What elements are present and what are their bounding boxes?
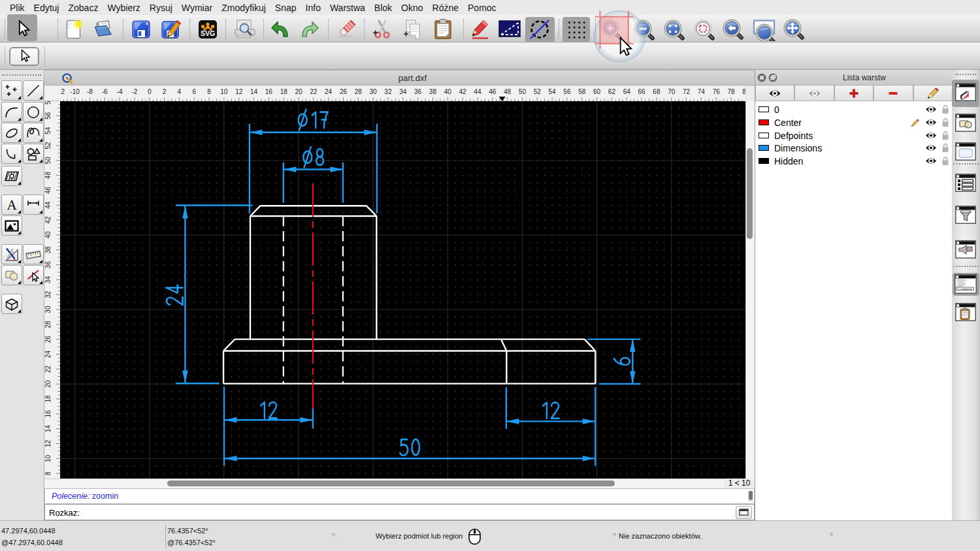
svg-text:40: 40 xyxy=(44,231,52,239)
svg-text:72: 72 xyxy=(683,88,691,95)
svg-text:58: 58 xyxy=(44,101,52,104)
svg-text:2: 2 xyxy=(163,88,167,95)
svg-text:8: 8 xyxy=(44,471,52,475)
svg-text:54: 54 xyxy=(44,127,52,134)
svg-text:6: 6 xyxy=(192,88,196,95)
svg-text:18: 18 xyxy=(280,88,288,95)
svg-text:-6: -6 xyxy=(102,88,108,95)
svg-text:78: 78 xyxy=(727,88,735,95)
svg-text:10: 10 xyxy=(44,454,52,462)
svg-text:38: 38 xyxy=(429,88,437,95)
svg-text:30: 30 xyxy=(370,88,378,95)
svg-text:44: 44 xyxy=(474,88,482,95)
svg-text:56: 56 xyxy=(44,112,52,119)
svg-text:42: 42 xyxy=(44,216,52,224)
svg-text:56: 56 xyxy=(563,88,571,95)
svg-text:64: 64 xyxy=(623,88,631,95)
svg-text:36: 36 xyxy=(414,88,422,95)
svg-text:32: 32 xyxy=(44,291,52,298)
svg-text:26: 26 xyxy=(340,88,348,95)
svg-text:52: 52 xyxy=(534,88,542,95)
svg-text:20: 20 xyxy=(44,380,52,388)
svg-text:80: 80 xyxy=(742,88,745,95)
svg-text:A: A xyxy=(7,197,17,213)
svg-text:16: 16 xyxy=(265,88,273,95)
svg-text:12: 12 xyxy=(235,88,243,95)
svg-text:54: 54 xyxy=(549,88,557,95)
svg-text:SVG: SVG xyxy=(201,29,215,37)
svg-text:-2: -2 xyxy=(131,88,137,95)
svg-text:-8: -8 xyxy=(87,88,93,95)
svg-text:74: 74 xyxy=(698,88,706,95)
svg-text:48: 48 xyxy=(44,172,52,180)
svg-text:44: 44 xyxy=(44,201,52,209)
svg-text:52: 52 xyxy=(44,142,52,150)
svg-text:50: 50 xyxy=(519,88,527,95)
svg-text:8: 8 xyxy=(207,88,211,95)
svg-text:22: 22 xyxy=(310,88,318,95)
svg-text:62: 62 xyxy=(608,88,616,95)
svg-text:14: 14 xyxy=(250,88,258,95)
svg-text:58: 58 xyxy=(578,88,586,95)
svg-text:26: 26 xyxy=(44,336,52,343)
svg-text:28: 28 xyxy=(355,88,363,95)
svg-text:10: 10 xyxy=(220,88,228,95)
svg-text:66: 66 xyxy=(638,88,645,95)
svg-text:50: 50 xyxy=(44,157,52,165)
svg-text:28: 28 xyxy=(44,321,52,328)
svg-text:42: 42 xyxy=(459,88,467,95)
svg-text:70: 70 xyxy=(668,88,676,95)
svg-text:24: 24 xyxy=(44,351,52,358)
svg-text:34: 34 xyxy=(399,88,407,95)
svg-text:40: 40 xyxy=(444,88,452,95)
svg-text:12: 12 xyxy=(44,440,52,448)
svg-text:0: 0 xyxy=(148,88,152,95)
svg-text:46: 46 xyxy=(489,88,497,95)
svg-text:18: 18 xyxy=(44,395,52,403)
svg-text:C: command: C: command xyxy=(957,288,972,291)
svg-text:20: 20 xyxy=(295,88,302,95)
svg-text:22: 22 xyxy=(44,365,52,373)
svg-text:68: 68 xyxy=(653,88,661,95)
svg-text:60: 60 xyxy=(593,88,601,95)
svg-text:-12: -12 xyxy=(60,88,65,95)
svg-text:38: 38 xyxy=(44,246,52,254)
svg-text:4: 4 xyxy=(178,88,182,95)
svg-text:34: 34 xyxy=(44,276,52,283)
svg-text:-4: -4 xyxy=(117,88,123,95)
svg-text:46: 46 xyxy=(44,187,52,195)
svg-text:32: 32 xyxy=(384,88,392,95)
svg-text:36: 36 xyxy=(44,261,52,269)
svg-text:16: 16 xyxy=(44,410,52,418)
svg-text:-10: -10 xyxy=(70,88,80,95)
svg-text:24: 24 xyxy=(325,88,333,95)
svg-text:30: 30 xyxy=(44,306,52,313)
svg-text:76: 76 xyxy=(713,88,721,95)
svg-text:14: 14 xyxy=(44,425,52,433)
svg-text:48: 48 xyxy=(504,88,512,95)
